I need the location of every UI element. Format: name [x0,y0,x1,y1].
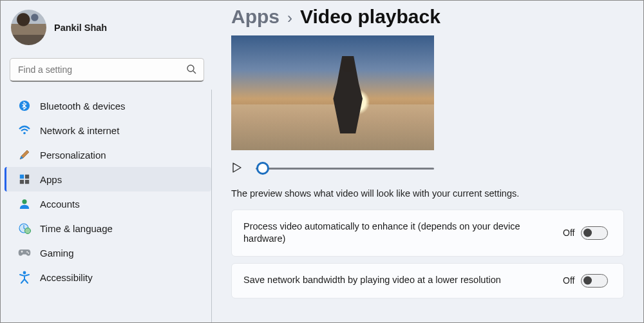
svg-rect-4 [20,175,24,179]
video-preview [231,35,434,175]
sidebar-item-label: Accounts [40,199,80,210]
profile-block[interactable]: Pankil Shah [5,1,213,55]
sidebar-item-bluetooth[interactable]: Bluetooth & devices [5,93,211,118]
preview-thumbnail [231,35,434,150]
sidebar-item-label: Personalization [40,150,106,161]
svg-point-10 [25,228,31,234]
player-controls [231,162,434,175]
brush-icon [18,148,31,161]
svg-point-11 [26,251,28,253]
svg-point-12 [28,252,29,253]
page-title: Video playback [300,6,440,28]
chevron-right-icon: › [287,9,292,27]
toggle-state-text: Off [563,275,574,286]
svg-point-13 [23,271,26,275]
sidebar-item-gaming[interactable]: Gaming [5,240,211,265]
seek-thumb[interactable] [256,162,269,175]
sidebar-item-label: Gaming [40,248,74,259]
gamepad-icon [18,246,31,259]
sidebar-item-label: Time & language [40,223,113,234]
toggle-group: Off [563,274,608,288]
sidebar-item-label: Accessibility [40,272,93,283]
svg-rect-6 [20,180,24,184]
clock-globe-icon [18,222,31,235]
main-content: Apps › Video playback The preview shows … [213,1,643,322]
sidebar-item-label: Bluetooth & devices [40,101,126,112]
toggle-switch[interactable] [581,226,608,240]
sidebar-item-network[interactable]: Network & internet [5,118,211,142]
svg-point-8 [22,199,26,204]
accessibility-icon [18,271,31,284]
sidebar-item-accessibility[interactable]: Accessibility [5,265,211,289]
sidebar-item-label: Network & internet [40,125,119,136]
sidebar: Pankil Shah Bluetooth & devices Network … [1,1,213,322]
toggle-switch[interactable] [581,274,608,288]
wifi-icon [18,124,31,137]
toggle-state-text: Off [563,228,574,238]
play-button[interactable] [231,162,244,175]
person-icon [18,197,31,210]
breadcrumb-parent[interactable]: Apps [231,6,279,28]
search-input[interactable] [10,58,204,82]
toggle-group: Off [563,226,608,240]
setting-label: Save network bandwidth by playing video … [243,274,553,287]
apps-icon [18,173,31,186]
profile-name: Pankil Shah [54,23,107,33]
setting-label: Process video automatically to enhance i… [243,220,553,246]
svg-rect-7 [25,180,29,184]
seek-bar[interactable] [256,168,434,170]
setting-enhance-video[interactable]: Process video automatically to enhance i… [231,210,624,257]
settings-list: Process video automatically to enhance i… [231,210,643,299]
search-icon [186,64,196,77]
svg-point-0 [187,65,194,72]
preview-caption: The preview shows what video will look l… [231,188,527,201]
svg-point-3 [23,132,26,135]
setting-save-bandwidth[interactable]: Save network bandwidth by playing video … [231,263,624,299]
settings-window: Pankil Shah Bluetooth & devices Network … [1,1,643,322]
sidebar-item-time-language[interactable]: Time & language [5,216,211,240]
bluetooth-icon [18,99,31,112]
sidebar-item-apps[interactable]: Apps [5,167,211,191]
sidebar-item-personalization[interactable]: Personalization [5,142,211,167]
svg-line-1 [193,71,196,73]
breadcrumb: Apps › Video playback [231,2,643,32]
avatar [11,10,46,45]
svg-rect-5 [25,175,29,179]
sidebar-item-accounts[interactable]: Accounts [5,191,211,216]
sidebar-item-label: Apps [40,174,62,185]
sidebar-nav: Bluetooth & devices Network & internet P… [5,90,212,322]
search-box[interactable] [10,58,204,82]
